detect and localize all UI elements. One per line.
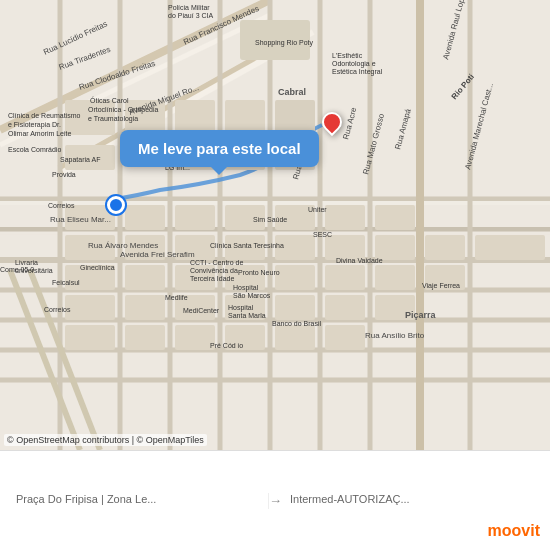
svg-text:do Piauí 3 CIA: do Piauí 3 CIA [168, 12, 213, 19]
svg-rect-51 [275, 265, 315, 290]
svg-rect-68 [175, 325, 215, 350]
svg-text:Terceira Idade: Terceira Idade [190, 275, 234, 282]
svg-rect-70 [275, 325, 315, 350]
svg-text:Rua Eliseu Mar...: Rua Eliseu Mar... [50, 215, 111, 224]
svg-text:Divina Vaidade: Divina Vaidade [336, 257, 383, 264]
svg-text:Come 05 0: Come 05 0 [0, 266, 34, 273]
origin-marker [107, 196, 125, 214]
svg-rect-63 [275, 295, 315, 320]
svg-text:Estética Integral: Estética Integral [332, 68, 383, 76]
svg-rect-71 [325, 325, 365, 350]
destination-pin-circle [318, 108, 346, 136]
origin-label: Praça Do Fripisa | Zona Le... [16, 493, 260, 505]
svg-text:São Marcos: São Marcos [233, 292, 271, 299]
svg-text:Provida: Provida [52, 171, 76, 178]
svg-text:Ortoclínica - Ortopedia: Ortoclínica - Ortopedia [88, 106, 159, 114]
svg-text:Cabral: Cabral [278, 87, 306, 97]
svg-rect-56 [425, 235, 465, 260]
svg-rect-55 [375, 265, 415, 290]
svg-text:Viaje Ferrea: Viaje Ferrea [422, 282, 460, 290]
map-area[interactable]: Shopping Rio Poty Rua Lucídio Freitas Ru… [0, 0, 550, 450]
navigate-tooltip[interactable]: Me leve para este local [120, 130, 319, 167]
route-arrow-icon: → [269, 493, 282, 508]
svg-text:Livraria: Livraria [15, 259, 38, 266]
svg-text:Sapataria AF: Sapataria AF [60, 156, 100, 164]
svg-rect-58 [475, 235, 545, 260]
svg-text:Odontologia e: Odontologia e [332, 60, 376, 68]
moovit-brand-text: moovit [488, 522, 540, 540]
svg-text:Santa Marla: Santa Marla [228, 312, 266, 319]
svg-text:Correios: Correios [44, 306, 71, 313]
svg-text:Hospital: Hospital [228, 304, 254, 312]
svg-text:Escola Comrádio: Escola Comrádio [8, 146, 61, 153]
map-attribution: © OpenStreetMap contributors | © OpenMap… [4, 434, 207, 446]
svg-text:Olimar Amorim Leite: Olimar Amorim Leite [8, 130, 72, 137]
svg-text:Hospital: Hospital [233, 284, 259, 292]
svg-text:Óticas Carol: Óticas Carol [90, 96, 129, 104]
svg-text:Pronto Neuro: Pronto Neuro [238, 269, 280, 276]
svg-rect-53 [375, 205, 415, 230]
svg-text:Sim Saúde: Sim Saúde [253, 216, 287, 223]
svg-rect-67 [125, 325, 165, 350]
svg-text:Uniter: Uniter [308, 206, 327, 213]
svg-text:e Traumatologia: e Traumatologia [88, 115, 138, 123]
svg-text:L'Esthétic: L'Esthétic [332, 52, 363, 59]
svg-text:MediCenter: MediCenter [183, 307, 220, 314]
svg-rect-60 [125, 295, 165, 320]
svg-text:SESC: SESC [313, 231, 332, 238]
svg-text:Clínica de Reumatismo: Clínica de Reumatismo [8, 112, 80, 119]
svg-text:Rua Álvaro Mendes: Rua Álvaro Mendes [88, 241, 158, 250]
svg-rect-66 [65, 325, 115, 350]
bottom-bar: Praça Do Fripisa | Zona Le... → Intermed… [0, 450, 550, 550]
svg-text:Piçarra: Piçarra [405, 310, 437, 320]
app-container: Shopping Rio Poty Rua Lucídio Freitas Ru… [0, 0, 550, 550]
svg-text:Convivência da: Convivência da [190, 267, 238, 274]
svg-text:Medlife: Medlife [165, 294, 188, 301]
destination-marker [322, 112, 342, 132]
svg-rect-52 [325, 265, 365, 290]
svg-text:CCTI - Centro de: CCTI - Centro de [190, 259, 243, 266]
svg-rect-64 [325, 295, 365, 320]
svg-text:Clínica Santa Teresinha: Clínica Santa Teresinha [210, 242, 284, 249]
svg-text:Correios: Correios [48, 202, 75, 209]
svg-text:Avenida Frei Serafim: Avenida Frei Serafim [120, 250, 195, 259]
svg-text:Polícia Militar: Polícia Militar [168, 4, 210, 11]
svg-rect-40 [325, 205, 365, 230]
svg-text:Feicalsul: Feicalsul [52, 279, 80, 286]
svg-text:Shopping Rio Poty: Shopping Rio Poty [255, 39, 313, 47]
svg-rect-37 [175, 205, 215, 230]
svg-rect-36 [125, 205, 165, 230]
svg-text:Rua Ansílio Brito: Rua Ansílio Brito [365, 331, 425, 340]
svg-rect-59 [65, 295, 115, 320]
moovit-logo: moovit [488, 522, 540, 540]
svg-text:e Fisioterapia Dr.: e Fisioterapia Dr. [8, 121, 61, 129]
svg-text:Gineclínica: Gineclínica [80, 264, 115, 271]
destination-label: Intermed-AUTORIZAÇ... [290, 493, 534, 505]
destination-section: Intermed-AUTORIZAÇ... [282, 493, 542, 509]
svg-text:Banco do Brasil: Banco do Brasil [272, 320, 321, 327]
svg-rect-48 [125, 265, 165, 290]
origin-section: Praça Do Fripisa | Zona Le... [8, 493, 269, 509]
svg-text:Pré Cód io: Pré Cód io [210, 342, 243, 349]
